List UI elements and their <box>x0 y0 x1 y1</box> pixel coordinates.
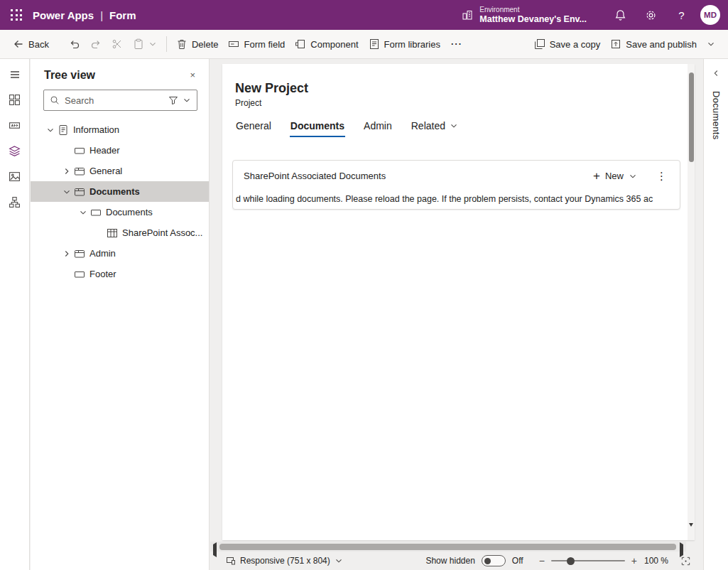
tree-search-box <box>43 90 197 111</box>
sharepoint-documents-card[interactable]: SharePoint Associated Documents + New ⋮ … <box>232 160 680 210</box>
save-and-publish-button[interactable]: Save and publish <box>605 33 702 55</box>
paste-dropdown-chevron-icon[interactable] <box>148 40 157 48</box>
fit-to-screen-button[interactable] <box>680 556 691 566</box>
redo-button[interactable] <box>85 33 107 55</box>
app-launcher-button[interactable] <box>0 0 33 30</box>
chevron-right-icon[interactable] <box>61 166 72 177</box>
save-split-dropdown-button[interactable] <box>702 33 720 55</box>
component-button[interactable]: Component <box>290 33 363 55</box>
account-avatar[interactable]: MD <box>700 5 720 25</box>
more-commands-icon: ⋯ <box>450 38 462 50</box>
zoom-value: 100 % <box>643 556 668 566</box>
app-name[interactable]: Power Apps <box>33 9 94 21</box>
settings-button[interactable] <box>636 0 666 30</box>
tab-related[interactable]: Related <box>411 118 459 137</box>
collapse-menu-button[interactable] <box>4 65 26 84</box>
card-more-options-button[interactable]: ⋮ <box>654 170 669 183</box>
chevron-right-icon[interactable] <box>61 248 72 259</box>
tree-item-documents-tab[interactable]: Documents <box>31 181 209 202</box>
rail-media-button[interactable] <box>4 167 26 186</box>
tree-filter-dropdown[interactable] <box>163 90 197 110</box>
tree-item-admin[interactable]: Admin <box>31 243 209 264</box>
tree-view-panel: Tree view × Information <box>31 59 210 570</box>
rail-business-rules-button[interactable] <box>4 193 26 212</box>
grid-control-icon <box>107 227 118 239</box>
new-document-button[interactable]: + New <box>593 170 637 182</box>
paste-button[interactable] <box>128 33 162 55</box>
vertical-ellipsis-icon: ⋮ <box>656 170 667 182</box>
tab-admin[interactable]: Admin <box>363 118 393 137</box>
save-a-copy-button[interactable]: Save a copy <box>529 33 606 55</box>
undo-icon <box>69 38 80 50</box>
filter-icon <box>168 95 178 105</box>
tab-general[interactable]: General <box>235 118 272 137</box>
search-icon <box>50 95 60 105</box>
form-libraries-button[interactable]: Form libraries <box>364 33 445 55</box>
responsive-preview-selector[interactable]: Responsive (751 x 804) <box>226 556 343 566</box>
plus-icon: + <box>593 170 600 182</box>
toggle-state-label: Off <box>512 556 523 566</box>
chevron-down-icon[interactable] <box>45 124 56 136</box>
tree-item-general[interactable]: General <box>31 161 209 181</box>
zoom-in-button[interactable]: + <box>631 555 637 566</box>
zoom-slider-thumb[interactable] <box>567 557 575 565</box>
tree-search-input[interactable] <box>63 95 163 107</box>
back-button[interactable]: Back <box>8 33 54 55</box>
form-preview-sheet: New Project Project General Documents Ad… <box>222 64 695 540</box>
chevron-down-icon[interactable] <box>77 207 89 218</box>
canvas-vertical-scrollbar[interactable] <box>688 64 695 540</box>
help-icon: ? <box>678 9 684 21</box>
chevron-down-icon <box>450 122 458 130</box>
environment-picker[interactable]: Environment Matthew Devaney's Env... <box>453 0 605 30</box>
tree-item-label: Footer <box>89 269 116 279</box>
form-field-button[interactable]: Form field <box>223 33 290 55</box>
form-libraries-icon <box>369 38 380 50</box>
delete-label: Delete <box>192 39 219 50</box>
vertical-scrollbar-thumb[interactable] <box>689 72 694 162</box>
zoom-slider[interactable] <box>551 560 625 561</box>
form-tab-strip: General Documents Admin Related <box>235 118 695 137</box>
environment-label: Environment <box>479 6 587 14</box>
record-title: New Project <box>235 81 695 96</box>
tree-item-information[interactable]: Information <box>31 119 209 140</box>
tree-item-footer[interactable]: Footer <box>31 264 209 284</box>
grid-panes-icon <box>9 94 21 106</box>
tree-item-label: Admin <box>89 248 116 259</box>
delete-button[interactable]: Delete <box>171 33 224 55</box>
redo-icon <box>90 38 102 50</box>
tree-item-header[interactable]: Header <box>31 140 209 161</box>
save-and-publish-label: Save and publish <box>626 39 697 50</box>
scroll-down-arrow[interactable] <box>689 527 693 537</box>
canvas-horizontal-scrollbar[interactable] <box>210 542 686 552</box>
show-hidden-label: Show hidden <box>425 556 474 566</box>
rail-tree-view-button[interactable] <box>4 141 26 161</box>
notifications-button[interactable] <box>605 0 636 30</box>
show-hidden-toggle[interactable] <box>482 555 506 566</box>
rail-fields-button[interactable] <box>4 116 26 135</box>
close-icon: × <box>190 70 195 80</box>
undo-button[interactable] <box>64 33 85 55</box>
zoom-out-button[interactable]: − <box>539 555 545 566</box>
cut-button[interactable] <box>107 33 128 55</box>
save-publish-icon <box>610 38 621 50</box>
trash-icon <box>176 38 188 50</box>
tree-item-label: Documents <box>89 186 140 197</box>
chevron-down-icon[interactable] <box>61 186 72 198</box>
chevron-down-icon <box>183 96 191 104</box>
close-panel-button[interactable]: × <box>186 68 199 82</box>
tree-item-sharepoint-control[interactable]: SharePoint Assoc... <box>31 222 209 243</box>
tab-icon <box>74 248 85 259</box>
app-title: Power Apps | Form <box>33 9 136 21</box>
tree-item-label: SharePoint Assoc... <box>122 227 202 238</box>
component-label: Component <box>310 39 358 50</box>
top-app-bar: Power Apps | Form Environment Matthew De… <box>0 0 728 30</box>
expand-panel-button[interactable] <box>710 68 722 79</box>
tree-item-documents-section[interactable]: Documents <box>31 202 209 222</box>
help-button[interactable]: ? <box>666 0 697 30</box>
collapsed-panel-label[interactable]: Documents <box>711 91 722 139</box>
tab-documents[interactable]: Documents <box>290 118 345 137</box>
horizontal-scrollbar-thumb[interactable] <box>219 544 676 550</box>
scissors-icon <box>112 38 123 50</box>
more-commands-button[interactable]: ⋯ <box>445 33 467 55</box>
rail-form-designer-button[interactable] <box>4 90 26 109</box>
